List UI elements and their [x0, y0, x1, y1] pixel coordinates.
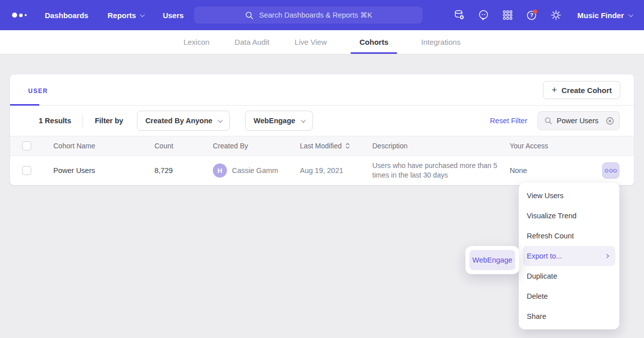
- menu-item-share[interactable]: Share: [523, 306, 615, 326]
- submenu-item-webengage[interactable]: WebEngage: [469, 250, 515, 270]
- tab-cohorts[interactable]: Cohorts: [351, 30, 397, 54]
- apps-grid-icon[interactable]: [502, 9, 514, 21]
- nav-dashboards[interactable]: Dashboards: [45, 11, 89, 20]
- card-header: USER + Create Cohort: [10, 74, 634, 106]
- nav-users[interactable]: Users: [163, 11, 184, 20]
- sort-icon: [345, 142, 350, 149]
- ellipsis-icon: [605, 169, 608, 173]
- menu-item-visualize-trend[interactable]: Visualize Trend: [523, 206, 615, 226]
- cohort-name-cell[interactable]: Power Users: [43, 166, 142, 175]
- filter-bar: 1 Results Filter by Created By Anyone We…: [10, 106, 634, 136]
- results-count: 1 Results: [39, 117, 71, 125]
- created-by-cell: H Cassie Gamm: [203, 163, 290, 178]
- chevron-down-icon: [301, 118, 306, 123]
- settings-gear-icon[interactable]: [550, 9, 562, 21]
- created-by-dropdown[interactable]: Created By Anyone: [137, 111, 230, 131]
- data-management-icon[interactable]: [453, 9, 465, 21]
- mixpanel-logo-icon[interactable]: [12, 13, 27, 18]
- project-name: Music Finder: [577, 11, 624, 20]
- row-actions-menu: View Users Visualize Trend Refresh Count…: [519, 183, 619, 329]
- clear-search-icon[interactable]: [605, 116, 614, 126]
- data-tabs: Lexicon Data Audit Live View Cohorts Int…: [0, 30, 644, 54]
- chevron-down-icon: [140, 12, 145, 17]
- description-cell: Users who have purchased more than 5 tim…: [362, 161, 500, 180]
- integration-filter-dropdown[interactable]: WebEngage: [245, 111, 313, 131]
- app-bar: Dashboards Reports Users Search Dashboar…: [0, 0, 644, 30]
- svg-text:?: ?: [530, 12, 534, 18]
- primary-nav: Dashboards Reports Users: [45, 11, 184, 20]
- row-checkbox[interactable]: [22, 166, 31, 175]
- create-cohort-button[interactable]: + Create Cohort: [543, 81, 620, 99]
- header-last-modified[interactable]: Last Modified: [290, 142, 362, 150]
- table-row: Power Users 8,729 H Cassie Gamm Aug 19, …: [10, 156, 634, 185]
- project-selector[interactable]: Music Finder: [577, 11, 632, 20]
- header-description[interactable]: Description: [362, 142, 500, 150]
- count-cell: 8,729: [142, 166, 203, 175]
- cohort-search-input[interactable]: [557, 117, 601, 125]
- tab-data-audit[interactable]: Data Audit: [233, 30, 270, 54]
- tab-integrations[interactable]: Integrations: [420, 30, 461, 54]
- menu-item-duplicate[interactable]: Duplicate: [523, 266, 615, 286]
- filter-bar-right: Reset Filter: [490, 111, 620, 130]
- tab-lexicon[interactable]: Lexicon: [183, 30, 211, 54]
- header-cohort-name[interactable]: Cohort Name: [43, 142, 142, 150]
- row-actions-button[interactable]: [602, 162, 619, 179]
- header-created-by[interactable]: Created By: [203, 142, 290, 150]
- plus-icon: +: [551, 86, 557, 95]
- chevron-right-icon: [605, 254, 609, 258]
- chevron-down-icon: [628, 12, 633, 17]
- global-search-placeholder: Search Dashboards & Reports ⌘K: [259, 11, 372, 19]
- menu-item-delete[interactable]: Delete: [523, 286, 615, 306]
- tab-user-cohorts[interactable]: USER: [28, 88, 48, 95]
- header-your-access[interactable]: Your Access: [500, 142, 578, 150]
- export-submenu: WebEngage: [465, 246, 519, 274]
- search-icon: [245, 11, 254, 20]
- menu-item-export-to[interactable]: Export to...: [523, 246, 615, 266]
- menu-item-view-users[interactable]: View Users: [523, 186, 615, 206]
- help-icon[interactable]: ?: [526, 9, 538, 21]
- search-icon: [544, 116, 553, 125]
- active-tab-underline: [10, 104, 39, 106]
- select-all-checkbox[interactable]: [22, 141, 31, 150]
- cohort-search-box: [537, 111, 620, 130]
- avatar: H: [213, 163, 227, 178]
- messages-icon[interactable]: [477, 9, 490, 21]
- menu-item-refresh-count[interactable]: Refresh Count: [523, 226, 615, 246]
- last-modified-cell: Aug 19, 2021: [290, 166, 362, 175]
- notification-dot: [533, 10, 537, 14]
- table-header: Cohort Name Count Created By Last Modifi…: [10, 136, 634, 156]
- global-search-input[interactable]: Search Dashboards & Reports ⌘K: [194, 7, 423, 24]
- divider: [83, 114, 83, 127]
- chevron-down-icon: [218, 118, 223, 123]
- created-by-name: Cassie Gamm: [232, 166, 278, 175]
- access-cell: None: [500, 166, 578, 175]
- header-count[interactable]: Count: [142, 142, 203, 150]
- reset-filter-link[interactable]: Reset Filter: [490, 117, 527, 125]
- app-bar-right: ? Music Finder: [453, 9, 632, 21]
- tab-live-view[interactable]: Live View: [294, 30, 328, 54]
- cohorts-card: USER + Create Cohort 1 Results Filter by…: [10, 74, 634, 185]
- filter-by-label: Filter by: [95, 117, 123, 125]
- nav-reports[interactable]: Reports: [108, 11, 144, 20]
